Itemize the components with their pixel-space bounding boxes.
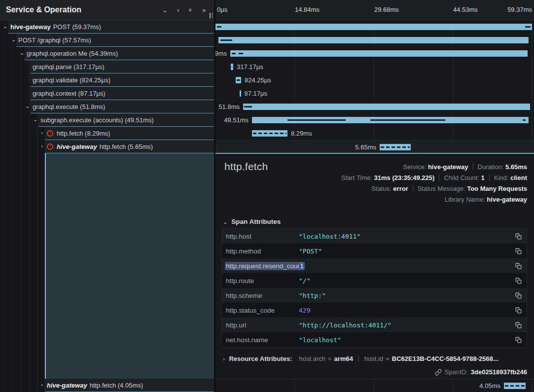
timeline-row[interactable]: 57.57ms [215, 34, 534, 47]
link-icon[interactable] [435, 369, 442, 376]
span-duration-bar[interactable] [218, 37, 529, 43]
attribute-key: http.scheme [226, 292, 299, 299]
resource-attributes-row[interactable]: ›Resource Attributes:host.arch=arm64host… [223, 352, 527, 366]
chevron-down-icon[interactable]: ⌄ [11, 34, 16, 46]
attribute-row[interactable]: http.status_code429 [222, 303, 527, 318]
chevron-right-icon[interactable]: › [41, 140, 43, 153]
chevron-down-icon[interactable]: ⌄ [25, 100, 30, 113]
span-duration-bar[interactable] [380, 144, 411, 150]
span-row-card[interactable]: graphql.parse (317.17µs) [31, 60, 214, 73]
timeline-row[interactable]: 8.29ms [215, 127, 534, 140]
span-row-card[interactable]: graphql.validate (824.25µs) [31, 73, 214, 87]
equals-sign: = [328, 355, 332, 362]
span-row-card[interactable]: hive-gatewayPOST (59.37ms) [8, 20, 214, 34]
tree-row[interactable]: graphql.validate (824.25µs) [0, 73, 214, 87]
bar-duration-label: 87.17µs [245, 87, 268, 100]
chevron-down-icon[interactable]: ⌄ [3, 20, 7, 33]
timeline-row[interactable]: 317.17µs [215, 60, 534, 73]
chevron-right-icon[interactable]: › [41, 127, 43, 140]
span-duration-bar[interactable] [215, 24, 532, 30]
tree-row[interactable]: ⌄graphql.operation Me (54.39ms) [0, 47, 214, 60]
meta-value: 31ms (23:35:49.225) [374, 174, 435, 181]
copy-icon[interactable] [515, 278, 522, 284]
tree-row[interactable]: ⌄subgraph.execute (accounts) (49.51ms) [0, 113, 214, 127]
bar-self-time-mark [232, 53, 236, 54]
copy-icon[interactable] [515, 337, 522, 343]
span-duration-bar[interactable] [252, 117, 529, 123]
timeline-row[interactable]: 54.39ms [215, 47, 534, 60]
span-row-card[interactable]: hive-gatewayhttp.fetch (4.05ms) [45, 379, 214, 392]
attribute-row[interactable]: http.url"http://localhost:4011/" [222, 318, 527, 332]
tree-row[interactable]: ›!http.fetch (8.29ms) [0, 127, 214, 140]
meta-label: Library Name: [445, 196, 487, 203]
span-row-card[interactable]: graphql.operation Me (54.39ms) [25, 47, 214, 60]
span-row-label: http.fetch (8.29ms) [57, 130, 110, 137]
timeline-row-selected[interactable]: 5.65ms [215, 140, 534, 153]
attribute-row[interactable]: http.request.resend_count1 [222, 258, 527, 273]
tree-row[interactable]: graphql.context (87.17µs) [0, 87, 214, 100]
tree-row[interactable]: ⌄graphql.execute (51.8ms) [0, 100, 214, 113]
attribute-row[interactable]: http.scheme"http:" [222, 288, 527, 303]
attribute-row[interactable]: http.method"POST" [222, 244, 527, 258]
copy-icon[interactable] [515, 292, 522, 299]
timeline-tick-label: 44.53ms [453, 6, 478, 13]
attribute-row[interactable]: http.route"/" [222, 273, 527, 288]
timeline-row[interactable]: 49.51ms [215, 113, 534, 127]
span-row-label: graphql.execute (51.8ms) [33, 103, 105, 110]
span-duration-bar[interactable] [236, 77, 241, 83]
resource-value: arm64 [334, 355, 353, 362]
meta-label: Status: [371, 185, 393, 192]
bar-self-time-mark [370, 119, 445, 121]
span-row-card[interactable]: POST /graphql (57.57ms) [16, 34, 214, 47]
span-row-label: graphql.parse (317.17µs) [33, 63, 105, 71]
span-attributes-table: http.host"localhost:4011"http.method"POS… [221, 228, 527, 348]
copy-icon[interactable] [515, 322, 522, 328]
attribute-row[interactable]: http.host"localhost:4011" [222, 229, 527, 244]
tree-row[interactable]: ›hive-gatewayhttp.fetch (4.05ms) [0, 379, 214, 392]
tree-row[interactable]: graphql.parse (317.17µs) [0, 60, 214, 73]
meta-divider [473, 164, 473, 170]
span-duration-bar[interactable] [243, 104, 530, 110]
span-service-name: hive-gateway [10, 23, 51, 31]
span-attributes-header[interactable]: ⌄Span Attributes [223, 218, 281, 225]
span-row-card[interactable]: !hive-gatewayhttp.fetch (5.65ms) [45, 140, 214, 153]
span-duration-bar[interactable] [231, 64, 233, 70]
span-row-card[interactable]: subgraph.execute (accounts) (49.51ms) [38, 113, 214, 127]
timeline-row[interactable]: 51.8ms [215, 100, 534, 113]
span-row-card[interactable]: graphql.context (87.17µs) [31, 87, 214, 100]
panel-resize-handle[interactable] [210, 13, 213, 18]
selected-span-region [45, 153, 214, 379]
attribute-value: "http://localhost:4011/" [299, 321, 515, 329]
span-row-label: graphql.context (87.17µs) [33, 90, 106, 97]
span-duration-bar[interactable] [252, 130, 287, 137]
copy-icon[interactable] [515, 307, 522, 314]
span-row-label: graphql.validate (824.25µs) [33, 76, 110, 84]
meta-value: hive-gateway [487, 196, 527, 203]
tree-row[interactable]: ⌄POST /graphql (57.57ms) [0, 34, 214, 47]
chevron-down-icon[interactable]: ⌄ [162, 7, 168, 13]
chevron-right-icon[interactable]: › [41, 379, 43, 392]
span-duration-bar[interactable] [240, 90, 241, 97]
chevron-right-icon[interactable]: › [177, 7, 179, 13]
meta-divider [413, 185, 413, 192]
chevron-down-icon[interactable]: ⌄ [33, 113, 37, 126]
span-row-card[interactable]: !http.fetch (8.29ms) [45, 127, 214, 140]
double-chevron-down-icon[interactable]: » [188, 8, 194, 12]
span-meta-line: Start Time: 31ms (23:35:49.225)Child Cou… [341, 173, 527, 183]
attribute-row[interactable]: net.host.name"localhost" [222, 332, 527, 347]
copy-icon[interactable] [515, 248, 522, 254]
span-duration-bar[interactable] [230, 50, 528, 57]
span-duration-bar[interactable] [504, 383, 526, 389]
tree-row[interactable]: ›!hive-gatewayhttp.fetch (5.65ms) [0, 140, 214, 153]
timeline-row[interactable]: 824.25µs [215, 73, 534, 87]
double-chevron-right-icon[interactable]: » [202, 7, 206, 13]
span-row-card[interactable]: graphql.execute (51.8ms) [31, 100, 214, 113]
copy-icon[interactable] [515, 263, 522, 269]
copy-icon[interactable] [515, 233, 522, 240]
meta-label: Service: [403, 163, 428, 171]
tree-header: Service & Operation ⌄›»» [0, 0, 214, 20]
timeline-row[interactable] [215, 20, 534, 34]
tree-row[interactable]: ⌄hive-gatewayPOST (59.37ms) [0, 20, 214, 34]
timeline-row[interactable]: 87.17µs [215, 87, 534, 100]
chevron-down-icon[interactable]: ⌄ [20, 47, 24, 60]
